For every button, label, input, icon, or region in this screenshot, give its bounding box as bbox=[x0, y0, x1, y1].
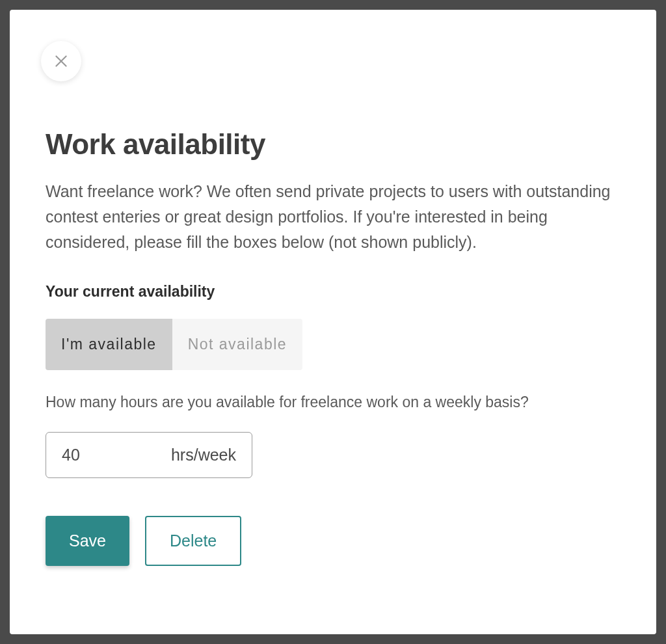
not-available-toggle[interactable]: Not available bbox=[172, 319, 302, 370]
close-button[interactable] bbox=[41, 41, 81, 81]
save-button[interactable]: Save bbox=[46, 516, 129, 566]
button-row: Save Delete bbox=[46, 516, 618, 566]
work-availability-modal: Work availability Want freelance work? W… bbox=[10, 10, 656, 634]
availability-label: Your current availability bbox=[46, 283, 618, 301]
modal-description: Want freelance work? We often send priva… bbox=[46, 179, 618, 254]
hours-suffix: hrs/week bbox=[171, 446, 236, 464]
available-toggle[interactable]: I'm available bbox=[46, 319, 172, 370]
delete-button[interactable]: Delete bbox=[145, 516, 241, 566]
hours-input-wrapper: hrs/week bbox=[46, 432, 252, 478]
modal-backdrop: Work availability Want freelance work? W… bbox=[0, 0, 666, 644]
hours-question: How many hours are you available for fre… bbox=[46, 394, 618, 411]
modal-title: Work availability bbox=[46, 128, 618, 161]
hours-input[interactable] bbox=[62, 446, 114, 464]
modal-content: Work availability Want freelance work? W… bbox=[46, 128, 618, 566]
availability-toggle-group: I'm available Not available bbox=[46, 319, 302, 370]
close-icon bbox=[53, 53, 70, 70]
